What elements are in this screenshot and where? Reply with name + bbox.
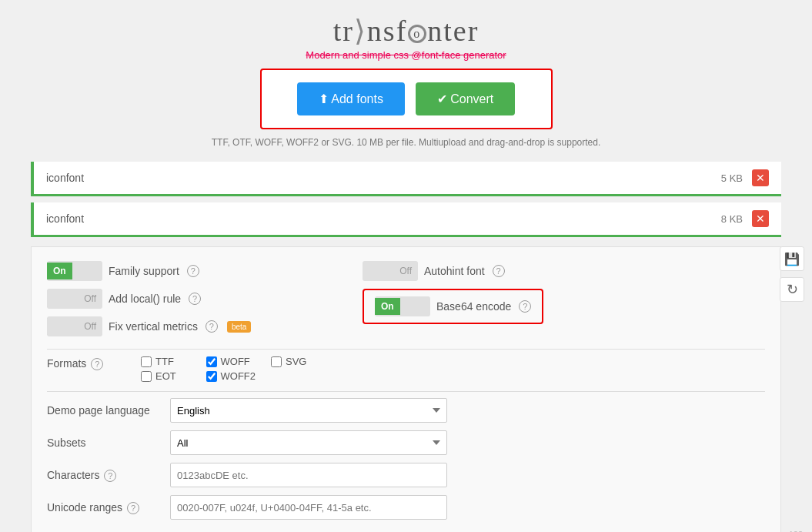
fix-vertical-toggle[interactable]: Off (47, 316, 102, 336)
refresh-button[interactable]: ↻ (780, 277, 804, 302)
main-content: tr⟩nsfonter Modern and simple css @font-… (0, 0, 812, 532)
fix-vertical-off-label: Off (47, 318, 102, 335)
file-list: iconfont 5 KB ✕ iconfont 8 KB ✕ (31, 162, 781, 237)
subsets-label: Subsets (47, 437, 170, 449)
add-local-toggle[interactable]: Off (47, 289, 102, 309)
file-row-right-1: 5 KB ✕ (721, 169, 769, 186)
unicode-ranges-text: Unicode ranges (47, 501, 122, 514)
format-eot-label: EOT (155, 370, 176, 382)
characters-label: Characters ? (47, 469, 170, 482)
formats-row: Formats ? TTF WOFF SVG (47, 356, 765, 382)
format-woff-checkbox[interactable] (206, 356, 217, 367)
format-eot[interactable]: EOT (141, 370, 191, 382)
file-name-1: iconfont (46, 172, 84, 184)
format-ttf-label: TTF (155, 356, 174, 367)
family-support-toggle[interactable]: On (47, 261, 102, 281)
base64-box: On Base64 encode ? (363, 289, 543, 324)
add-fonts-button[interactable]: ⬆ Add fonts (297, 82, 405, 115)
unicode-ranges-help-icon[interactable]: ? (127, 502, 139, 514)
tagline: Modern and simple css @font-face generat… (0, 49, 812, 61)
unicode-ranges-input[interactable] (170, 495, 447, 520)
toggle-on-label: On (47, 263, 72, 279)
divider-1 (47, 349, 765, 350)
file-remove-button-1[interactable]: ✕ (752, 169, 769, 186)
autohint-label: Autohint font (424, 265, 485, 277)
autohint-help-icon[interactable]: ? (493, 265, 505, 277)
unicode-ranges-row: Unicode ranges ? (47, 495, 765, 520)
sidebar-icons: 💾 ↻ (780, 246, 804, 302)
refresh-icon: ↻ (787, 281, 798, 298)
file-name-2: iconfont (46, 212, 84, 225)
fix-vertical-label: Fix vertical metrics (109, 320, 198, 333)
logo: tr⟩nsfonter (0, 14, 812, 48)
format-svg-checkbox[interactable] (271, 356, 282, 367)
upload-box: ⬆ Add fonts ✔ Convert (260, 69, 553, 129)
logo-o-circle: o (408, 25, 426, 43)
base64-label: Base64 encode (436, 300, 511, 313)
checkboxes-group: TTF WOFF SVG EOT (141, 356, 321, 382)
formats-text: Formats (47, 357, 86, 370)
format-svg[interactable]: SVG (271, 356, 321, 367)
format-ttf[interactable]: TTF (141, 356, 191, 367)
save-icon: 💾 (784, 252, 800, 266)
format-eot-checkbox[interactable] (141, 371, 152, 382)
autohint-toggle[interactable]: Off (363, 261, 418, 281)
convert-button[interactable]: ✔ Convert (416, 82, 515, 115)
characters-input[interactable] (170, 463, 447, 487)
autohint-off-label: Off (363, 263, 418, 279)
divider-2 (47, 391, 765, 392)
characters-text: Characters (47, 469, 99, 481)
characters-help-icon[interactable]: ? (104, 470, 116, 482)
add-local-help-icon[interactable]: ? (189, 293, 201, 305)
upload-hint: TTF, OTF, WOFF, WOFF2 or SVG. 10 MB per … (0, 137, 812, 148)
base64-help-icon[interactable]: ? (519, 300, 531, 313)
formats-label: Formats ? (47, 356, 132, 370)
save-button[interactable]: 💾 (780, 246, 804, 271)
beta-badge: beta (227, 321, 251, 333)
unicode-ranges-label: Unicode ranges ? (47, 501, 170, 514)
format-ttf-checkbox[interactable] (141, 356, 152, 367)
toggle-off-space (72, 268, 85, 274)
subsets-select[interactable]: All Latin (170, 430, 447, 455)
family-support-help-icon[interactable]: ? (187, 265, 199, 277)
add-local-label: Add local() rule (109, 293, 181, 305)
format-woff[interactable]: WOFF (206, 356, 256, 367)
fix-vertical-help-icon[interactable]: ? (206, 320, 218, 333)
file-row-right-2: 8 KB ✕ (721, 210, 769, 227)
base64-off-space (400, 303, 413, 309)
right-toggles: Off Autohint font ? On Base64 encode ? (363, 261, 543, 324)
file-size-2: 8 KB (721, 213, 743, 225)
family-support-label: Family support (109, 265, 179, 277)
logo-arrow: ⟩ (354, 15, 367, 47)
demo-language-row: Demo page language English French German (47, 398, 765, 423)
format-woff-label: WOFF (221, 356, 250, 367)
add-local-off-label: Off (47, 290, 102, 307)
base64-toggle[interactable]: On (375, 296, 430, 316)
file-row-2: iconfont 8 KB ✕ (31, 202, 781, 237)
format-svg-label: SVG (286, 356, 306, 367)
format-woff2-checkbox[interactable] (206, 371, 217, 382)
subsets-row: Subsets All Latin (47, 430, 765, 455)
file-size-1: 5 KB (721, 172, 743, 184)
format-woff2-label: WOFF2 (221, 370, 256, 382)
header: tr⟩nsfonter Modern and simple css @font-… (0, 0, 812, 156)
demo-language-select[interactable]: English French German (170, 398, 447, 423)
file-remove-button-2[interactable]: ✕ (752, 210, 769, 227)
base64-row: On Base64 encode ? (363, 289, 543, 324)
page-wrapper: /* drawn below */ tr⟩nsfonter Modern and… (0, 0, 812, 532)
base64-on-label: On (375, 298, 400, 315)
settings-area: On Family support ? Off Add local() rule… (31, 246, 781, 532)
demo-language-label: Demo page language (47, 404, 170, 417)
characters-row: Characters ? (47, 463, 765, 487)
formats-help-icon[interactable]: ? (91, 358, 103, 370)
format-woff2[interactable]: WOFF2 (206, 370, 256, 382)
file-row: iconfont 5 KB ✕ (31, 162, 781, 196)
autohint-row: Off Autohint font ? (363, 261, 543, 281)
